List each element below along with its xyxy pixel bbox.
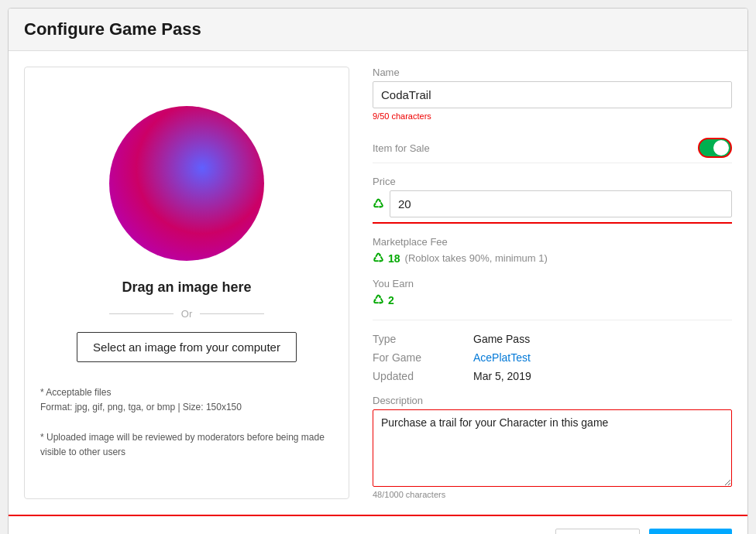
name-label: Name — [373, 67, 732, 78]
price-field-group: Price ♺ — [373, 176, 732, 224]
image-preview — [109, 106, 264, 261]
you-earn-row: ♺ 2 — [373, 293, 732, 307]
name-char-count: 9/50 characters — [373, 111, 732, 121]
updated-label: Updated — [373, 370, 466, 382]
select-file-button[interactable]: Select an image from your computer — [77, 332, 297, 362]
item-for-sale-toggle[interactable] — [698, 138, 732, 158]
you-earn-label: You Earn — [373, 278, 732, 289]
price-underline — [373, 222, 732, 224]
toggle-knob — [713, 140, 729, 156]
description-textarea[interactable]: Purchase a trail for your Character in t… — [373, 409, 732, 487]
dialog-title: Configure Game Pass — [24, 19, 732, 39]
name-field-group: Name 9/50 characters — [373, 67, 732, 121]
type-label: Type — [373, 333, 466, 345]
marketplace-fee-label: Marketplace Fee — [373, 236, 732, 248]
configure-game-pass-dialog: Configure Game Pass Drag an image here O… — [8, 8, 748, 534]
meta-grid: Type Game Pass For Game AcePlatTest Upda… — [373, 333, 732, 382]
marketplace-fee-note: (Roblox takes 90%, minimum 1) — [405, 252, 548, 264]
you-earn-group: You Earn ♺ 2 — [373, 278, 732, 307]
dialog-footer: Cancel Save — [9, 515, 747, 534]
file-notes-line1: * Acceptable files — [40, 385, 333, 400]
dialog-header: Configure Game Pass — [9, 9, 747, 51]
price-row: ♺ — [373, 190, 732, 217]
section-divider — [373, 320, 732, 320]
item-for-sale-toggle-container: Item for Sale — [373, 133, 732, 163]
marketplace-fee-row: ♺ 18 (Roblox takes 90%, minimum 1) — [373, 251, 732, 265]
robux-icon-marketplace: ♺ — [373, 251, 383, 265]
name-input[interactable] — [373, 81, 732, 108]
price-input[interactable] — [390, 190, 732, 217]
drag-text: Drag an image here — [122, 279, 251, 296]
description-char-count: 48/1000 characters — [373, 490, 732, 499]
settings-panel: Name 9/50 characters Item for Sale Price… — [373, 67, 732, 499]
you-earn-value: 2 — [388, 294, 394, 306]
item-for-sale-label: Item for Sale — [373, 142, 430, 154]
description-field-group: Description Purchase a trail for your Ch… — [373, 395, 732, 499]
or-divider: Or — [109, 308, 264, 320]
file-notes-line3: * Uploaded image will be reviewed by mod… — [40, 430, 333, 460]
or-text: Or — [181, 308, 192, 320]
robux-icon-price: ♺ — [373, 197, 383, 211]
cancel-button[interactable]: Cancel — [555, 529, 640, 534]
for-game-value[interactable]: AcePlatTest — [473, 351, 732, 364]
for-game-label: For Game — [373, 351, 466, 364]
price-label: Price — [373, 176, 732, 187]
image-upload-panel: Drag an image here Or Select an image fr… — [24, 67, 349, 499]
file-notes-line2: Format: jpg, gif, png, tga, or bmp | Siz… — [40, 400, 333, 415]
save-button[interactable]: Save — [649, 529, 732, 534]
description-label: Description — [373, 395, 732, 406]
marketplace-fee-value: 18 — [388, 252, 400, 265]
file-notes: * Acceptable files Format: jpg, gif, png… — [40, 385, 333, 460]
robux-icon-earn: ♺ — [373, 293, 383, 307]
type-value: Game Pass — [473, 333, 732, 345]
dialog-body: Drag an image here Or Select an image fr… — [9, 51, 747, 515]
updated-value: Mar 5, 2019 — [473, 370, 732, 382]
marketplace-fee-group: Marketplace Fee ♺ 18 (Roblox takes 90%, … — [373, 236, 732, 265]
